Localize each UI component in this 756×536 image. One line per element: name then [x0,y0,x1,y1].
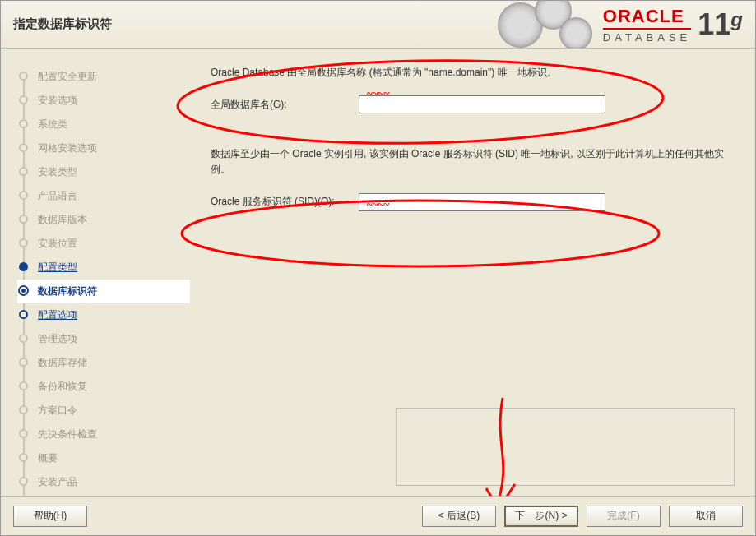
step-dot-icon [19,215,28,224]
step-5: 产品语言 [17,184,190,208]
step-11: 管理选项 [17,327,190,351]
subbrand-text: DATABASE [603,28,691,44]
step-12: 数据库存储 [17,351,190,375]
step-2: 系统类 [17,113,190,136]
step-dot-icon [19,358,28,367]
step-8[interactable]: 配置类型 [17,256,190,280]
step-dot-icon [19,143,28,152]
step-0: 配置安全更新 [17,65,190,89]
step-14: 方案口令 [17,399,190,423]
step-label: 安装产品 [38,476,77,487]
step-4: 安装类型 [17,160,190,184]
step-label: 概要 [38,452,58,464]
next-button[interactable]: 下一步(N) > [504,506,578,527]
gears-icon [498,1,596,49]
step-label: 网格安装选项 [38,142,97,154]
global-dbname-row: 全局数据库名(G): [211,95,735,113]
step-dot-icon [19,72,28,81]
step-dot-icon [19,167,28,176]
step-label: 数据库存储 [38,357,87,368]
step-label: 管理选项 [38,333,77,344]
global-dbname-label: 全局数据库名(G): [211,98,359,112]
footer: 帮助(H) < 后退(B) 下一步(N) > 完成(F) 取消 [1,496,755,535]
step-label: 安装位置 [38,238,77,249]
step-label: 方案口令 [38,404,77,416]
description-2: 数据库至少由一个 Oracle 实例引用, 该实例由 Oracle 服务标识符 … [211,146,735,178]
step-dot-icon [19,405,28,414]
step-label: 系统类 [38,118,67,130]
step-label: 产品语言 [38,190,77,201]
step-dot-icon [19,310,28,319]
step-dot-icon [19,429,28,438]
sid-row: Oracle 服务标识符 (SID)(O): [211,193,735,211]
title-bar: 指定数据库标识符 ORACLE DATABASE 11g [1,1,755,49]
description-1: Oracle Database 由全局数据库名称 (格式通常为 "name.do… [211,65,735,81]
redaction-scribble-1: ~~~~ [367,87,389,100]
step-dot-icon [18,285,29,296]
step-3: 网格安装选项 [17,136,190,160]
step-1: 安装选项 [17,89,190,113]
step-dot-icon [19,238,28,247]
step-dot-icon [19,191,28,200]
installer-window: 指定数据库标识符 ORACLE DATABASE 11g 配置安全更新安装选项系… [0,0,756,536]
body: 配置安全更新安装选项系统类网格安装选项安装类型产品语言数据库版本安装位置配置类型… [1,49,755,496]
step-15: 先决条件检查 [17,423,190,446]
brand-text: ORACLE [603,6,684,26]
step-18: 完成 [17,494,190,496]
page-title: 指定数据库标识符 [13,16,112,32]
step-10[interactable]: 配置选项 [17,303,190,327]
step-6: 数据库版本 [17,208,190,232]
sid-input[interactable] [359,193,605,211]
back-button[interactable]: < 后退(B) [422,506,496,527]
step-dot-icon [19,334,28,343]
global-dbname-input[interactable] [359,95,605,113]
step-label: 安装类型 [38,166,77,178]
step-label: 配置类型 [38,261,77,273]
step-label: 配置选项 [38,309,77,321]
step-label: 数据库版本 [38,214,87,225]
step-label: 备份和恢复 [38,381,87,392]
step-dot-icon [19,119,28,128]
cancel-button[interactable]: 取消 [669,506,743,527]
step-9: 数据库标识符 [17,280,190,303]
step-label: 安装选项 [38,95,77,106]
step-16: 概要 [17,446,190,470]
sidebar: 配置安全更新安装选项系统类网格安装选项安装类型产品语言数据库版本安装位置配置类型… [1,49,190,496]
step-list: 配置安全更新安装选项系统类网格安装选项安装类型产品语言数据库版本安装位置配置类型… [17,65,190,496]
message-area [396,408,735,486]
redaction-scribble-2: ~~~~ [367,198,389,211]
step-13: 备份和恢复 [17,375,190,399]
step-dot-icon [19,95,28,104]
branding: ORACLE DATABASE 11g [498,1,743,49]
step-dot-icon [19,381,28,390]
finish-button: 完成(F) [587,506,661,527]
step-dot-icon [19,262,28,271]
step-label: 先决条件检查 [38,428,97,440]
step-dot-icon [19,453,28,462]
step-label: 数据库标识符 [38,285,97,297]
step-17: 安装产品 [17,470,190,494]
sid-label: Oracle 服务标识符 (SID)(O): [211,195,359,209]
content-area: Oracle Database 由全局数据库名称 (格式通常为 "name.do… [190,49,755,496]
step-label: 配置安全更新 [38,71,97,82]
step-dot-icon [19,477,28,486]
help-button[interactable]: 帮助(H) [13,506,87,527]
version-text: 11g [698,10,743,39]
step-7: 安装位置 [17,232,190,256]
